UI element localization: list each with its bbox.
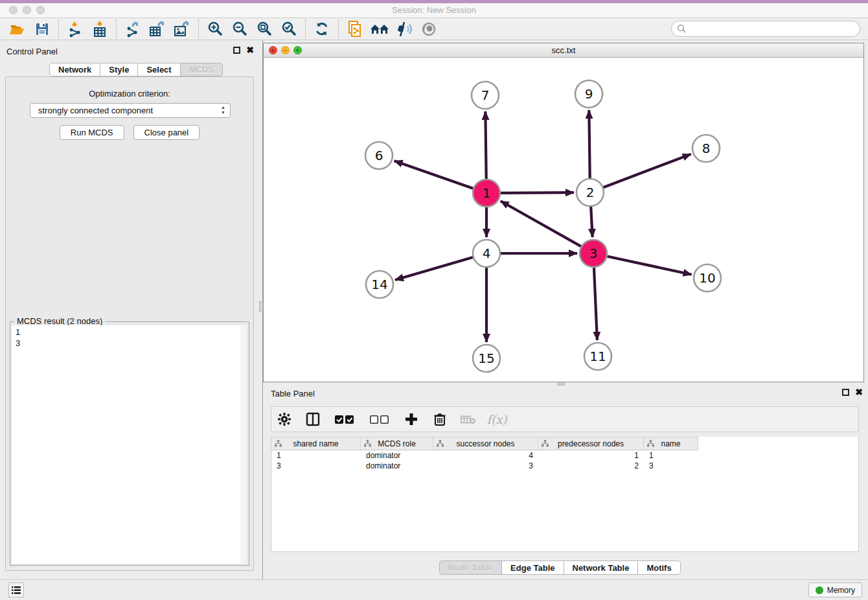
toolbar-separator [338,19,339,39]
cell-successor-nodes[interactable]: 3 [433,461,538,471]
close-table-panel-icon[interactable]: ✖ [855,388,863,396]
close-panel-icon[interactable]: ✖ [246,46,254,54]
zoom-fit-button[interactable] [252,19,277,39]
graphics-details-icon [395,21,413,38]
result-scrollbar[interactable] [240,325,247,564]
tab-network[interactable]: Network [49,63,100,76]
delete-column-icon [433,412,446,426]
graphics-details-button[interactable] [392,19,417,39]
export-network-icon [124,21,141,38]
column-header-name[interactable]: name [644,437,698,450]
delete-column-button[interactable] [432,411,448,428]
task-history-button[interactable] [8,583,24,597]
run-mcds-button[interactable]: Run MCDS [60,125,124,140]
add-column-button[interactable] [404,411,419,428]
split-view-button[interactable] [305,411,321,428]
bird-eye-button[interactable] [417,19,441,39]
clone-network-icon [347,20,363,38]
cell-MCDS-role[interactable]: dominator [361,461,433,471]
control-panel-title: Control Panel [0,45,259,58]
select-all-button[interactable] [334,411,356,428]
import-network-icon [67,21,84,38]
tab-edge-table[interactable]: Edge Table [502,560,564,575]
deselect-all-button[interactable] [369,411,391,428]
toolbar-separator [116,19,117,39]
float-table-panel-icon[interactable] [842,389,849,396]
edge-4-14[interactable] [395,257,475,280]
column-header-predecessor-nodes[interactable]: predecessor nodes [538,437,644,450]
tab-mcds[interactable]: MCDS [181,63,223,76]
criterion-select[interactable]: strongly connected component ▲▼ [30,103,231,118]
zoom-selected-button[interactable] [277,19,301,39]
export-image-button[interactable] [170,19,194,39]
edge-2-3[interactable] [591,205,593,237]
cell-name[interactable]: 3 [644,461,698,471]
cell-shared-name[interactable]: 1 [271,450,361,461]
import-network-button[interactable] [63,19,87,39]
tab-node-table[interactable]: Node Table [439,560,502,575]
gear-button[interactable] [277,411,292,428]
edge-2-9[interactable] [589,110,589,180]
close-panel-button[interactable]: Close panel [133,125,200,140]
node-label-1: 1 [483,185,491,201]
main-toolbar [0,18,868,40]
mcds-result-groupbox: MCDS result (2 nodes) 1 3 [10,321,249,566]
save-session-button[interactable] [30,19,54,39]
task-list-icon [11,586,21,595]
column-header-MCDS-role[interactable]: MCDS role [361,437,433,450]
first-neighbors-button[interactable] [367,19,392,39]
column-header-shared-name[interactable]: shared name [271,437,361,450]
search-field[interactable] [671,21,860,37]
memory-status-icon [816,586,823,594]
node-label-4: 4 [483,246,491,261]
edge-1-2[interactable] [499,192,574,193]
edge-1-6[interactable] [394,161,475,189]
open-file-button[interactable] [5,19,30,39]
edge-2-8[interactable] [602,154,691,188]
cell-shared-name[interactable]: 3 [271,461,361,471]
table-row[interactable]: 1dominator411 [271,450,858,461]
node-label-15: 15 [478,351,494,366]
edge-1-7[interactable] [485,111,486,181]
mcds-result-text[interactable]: 1 3 [12,325,242,564]
cell-name[interactable]: 1 [644,450,698,461]
cell-predecessor-nodes[interactable]: 2 [538,461,644,471]
cell-predecessor-nodes[interactable]: 1 [538,450,644,461]
table-body: 1dominator4113dominator323 [271,450,858,471]
network-window-titlebar[interactable]: × – + scc.txt [264,43,863,58]
cell-MCDS-role[interactable]: dominator [361,450,433,461]
import-table-button[interactable] [87,19,112,39]
zoom-in-button[interactable] [203,19,227,39]
zoom-out-icon [231,21,248,38]
memory-button[interactable]: Memory [808,583,862,597]
control-panel-tabs: NetworkStyleSelectMCDS [49,63,223,76]
column-header-successor-nodes[interactable]: successor nodes [433,437,538,450]
table-panel-title: Table Panel [263,387,868,400]
refresh-icon [314,21,330,38]
cell-successor-nodes[interactable]: 4 [433,450,538,461]
tab-network-table[interactable]: Network Table [564,560,639,575]
node-label-10: 10 [699,270,715,286]
edge-3-1[interactable] [501,201,583,247]
refresh-button[interactable] [310,19,334,39]
table-row[interactable]: 3dominator323 [271,461,858,471]
float-panel-icon[interactable] [233,47,240,54]
node-table[interactable]: shared nameMCDS rolesuccessor nodesprede… [271,437,859,552]
memory-label: Memory [827,586,855,595]
tab-select[interactable]: Select [138,63,180,76]
edge-3-11[interactable] [594,266,597,340]
open-file-icon [9,21,26,37]
export-network-button[interactable] [120,19,145,39]
node-label-9: 9 [585,86,593,102]
edge-3-10[interactable] [606,256,692,275]
search-icon [677,24,687,34]
tab-style[interactable]: Style [100,63,138,76]
export-table-button[interactable] [145,19,170,39]
zoom-selected-icon [280,21,297,38]
deselect-all-icon [369,414,390,424]
zoom-out-button[interactable] [227,19,252,39]
search-input[interactable] [690,24,860,34]
tab-motifs[interactable]: Motifs [638,560,680,575]
network-canvas[interactable]: 1234678910111415 [264,58,863,382]
clone-network-button[interactable] [343,19,367,39]
